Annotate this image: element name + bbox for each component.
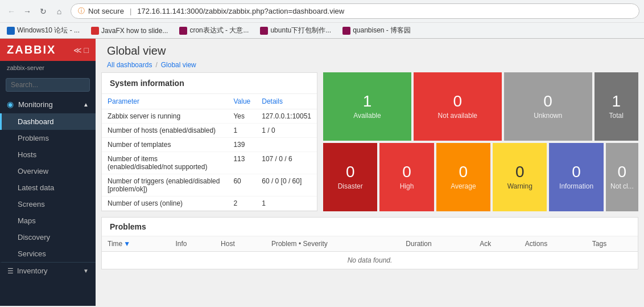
sidebar-item-inventory[interactable]: ☰ Inventory ▼ [0, 262, 96, 279]
problems-section: Problems Time▼InfoHostProblem • Severity… [101, 217, 638, 269]
bookmarks-bar: Windows10 论坛 - ... JavaFX how to slide..… [0, 22, 644, 38]
tile-label-warning: Warning [507, 182, 532, 190]
breadcrumb: All dashboards / Global view [107, 61, 633, 69]
tile-label-not-available: Not available [438, 112, 477, 120]
no-data-row: No data found. [102, 252, 638, 269]
col-duration: Duration [400, 236, 474, 252]
main-content: Global view All dashboards / Global view… [96, 39, 644, 306]
eye-icon: ◉ [7, 100, 14, 109]
dashboard-grid: System information Parameter Value Detai… [101, 72, 638, 211]
bottom-status-row: 0 Disaster 0 High 0 Average 0 Warning 0 … [323, 143, 638, 211]
monitoring-section-header[interactable]: ◉ Monitoring ▲ [0, 95, 96, 113]
bookmark-5-label: quanbisen - 博客园 [353, 26, 411, 35]
details-cell-2 [256, 138, 317, 152]
value-cell-0: Yes [228, 109, 256, 124]
sidebar-item-screens[interactable]: Screens [0, 196, 96, 212]
reload-button[interactable]: ↻ [36, 5, 50, 18]
details-cell-0: 127.0.0.1:10051 [256, 109, 317, 124]
status-tile-not-classified[interactable]: 0 Not cl... [606, 143, 638, 211]
breadcrumb-all-dashboards[interactable]: All dashboards [107, 61, 152, 69]
page-header: Global view All dashboards / Global view [96, 39, 644, 72]
col-info: Info [170, 236, 216, 252]
sort-arrow-time: ▼ [123, 240, 130, 248]
status-tile-unknown[interactable]: 0 Unknown [504, 72, 592, 141]
bookmark-2-icon [91, 27, 99, 35]
status-tile-not-available[interactable]: 0 Not available [414, 72, 502, 141]
value-cell-2: 139 [228, 138, 256, 152]
tile-count-total: 1 [612, 93, 621, 109]
sidebar-logo: ZABBIX ≪ □ [0, 39, 96, 61]
status-tile-warning[interactable]: 0 Warning [493, 143, 547, 211]
list-icon: ☰ [7, 267, 14, 275]
address-bar[interactable]: ⓘ Not secure | 172.16.11.141:3000/zabbix… [71, 3, 639, 19]
system-info-panel: System information Parameter Value Detai… [101, 72, 317, 211]
expand-sidebar-button[interactable]: □ [84, 46, 89, 55]
tile-label-disaster: Disaster [338, 182, 363, 190]
url-text: 172.16.11.141:3000/zabbix/zabbix.php?act… [137, 7, 344, 15]
tile-label-high: High [400, 182, 414, 190]
breadcrumb-separator: / [155, 61, 157, 69]
value-cell-4: 60 [228, 174, 256, 197]
tile-count-information: 0 [572, 164, 581, 180]
collapse-sidebar-button[interactable]: ≪ [73, 46, 82, 55]
bookmark-4[interactable]: ubuntu下打包制作... [258, 24, 333, 36]
system-info-table: Parameter Value Details Zabbix server is… [102, 94, 317, 211]
status-tile-total[interactable]: 1 Total [595, 72, 638, 141]
sidebar-item-latest-data[interactable]: Latest data [0, 179, 96, 196]
bookmark-4-icon [260, 27, 268, 35]
system-info-row: Number of templates 139 [102, 138, 317, 152]
bookmark-1-label: Windows10 论坛 - ... [17, 26, 80, 35]
col-ack: Ack [474, 236, 519, 252]
problems-title: Problems [102, 218, 638, 236]
col-host: Host [215, 236, 266, 252]
tile-label-unknown: Unknown [534, 112, 562, 120]
status-tile-disaster[interactable]: 0 Disaster [323, 143, 377, 211]
bookmark-1-icon [7, 27, 15, 35]
monitoring-label: Monitoring [18, 100, 53, 109]
param-cell-4: Number of triggers (enabled/disabled [pr… [102, 174, 228, 197]
bookmark-5[interactable]: quanbisen - 博客园 [340, 24, 413, 36]
param-cell-3: Number of items (enabled/disabled/not su… [102, 152, 228, 174]
sidebar-item-problems[interactable]: Problems [0, 130, 96, 146]
tile-count-not-available: 0 [453, 93, 463, 109]
bookmark-3[interactable]: cron表达式 - 大意... [177, 24, 251, 36]
sidebar-item-discovery[interactable]: Discovery [0, 229, 96, 245]
value-cell-3: 113 [228, 152, 256, 174]
breadcrumb-current: Global view [161, 61, 196, 69]
forward-button[interactable]: → [20, 5, 34, 18]
system-info-title: System information [102, 73, 317, 94]
tile-label-not-classified: Not cl... [610, 182, 634, 190]
col-time[interactable]: Time▼ [102, 236, 170, 252]
sidebar-item-maps[interactable]: Maps [0, 212, 96, 229]
sidebar-item-overview[interactable]: Overview [0, 163, 96, 179]
status-tile-average[interactable]: 0 Average [436, 143, 490, 211]
col-problem-severity: Problem • Severity [266, 236, 400, 252]
status-tile-information[interactable]: 0 Information [549, 143, 603, 211]
nav-buttons: ← → ↻ ⌂ [5, 5, 66, 18]
status-tile-high[interactable]: 0 High [379, 143, 434, 211]
col-value: Value [228, 94, 256, 109]
bookmark-1[interactable]: Windows10 论坛 - ... [5, 24, 82, 36]
monitoring-section: ◉ Monitoring ▲ Dashboard Problems Hosts … [0, 95, 96, 262]
sidebar-item-hosts[interactable]: Hosts [0, 146, 96, 163]
tile-count-disaster: 0 [346, 164, 355, 180]
sidebar-search-container [0, 75, 96, 95]
search-input[interactable] [6, 78, 90, 92]
col-actions: Actions [519, 236, 587, 252]
home-button[interactable]: ⌂ [52, 5, 66, 18]
system-info-row: Number of items (enabled/disabled/not su… [102, 152, 317, 174]
bookmark-2[interactable]: JavaFX how to slide... [89, 26, 170, 36]
status-tile-available[interactable]: 1 Available [323, 72, 411, 141]
sidebar-item-services[interactable]: Services [0, 245, 96, 262]
no-data-cell: No data found. [102, 252, 638, 269]
sidebar: ZABBIX ≪ □ zabbix-server ◉ Monitoring ▲ … [0, 39, 96, 306]
browser-toolbar: ← → ↻ ⌂ ⓘ Not secure | 172.16.11.141:300… [0, 0, 644, 22]
status-tiles-area: 1 Available 0 Not available 0 Unknown 1 … [323, 72, 638, 211]
tile-label-total: Total [609, 112, 624, 120]
system-info-row: Number of users (online) 2 1 [102, 197, 317, 211]
sidebar-item-dashboard[interactable]: Dashboard [0, 113, 96, 130]
tile-count-average: 0 [459, 164, 468, 180]
bookmark-3-icon [179, 27, 187, 35]
tile-count-high: 0 [402, 164, 411, 180]
back-button[interactable]: ← [5, 5, 18, 18]
